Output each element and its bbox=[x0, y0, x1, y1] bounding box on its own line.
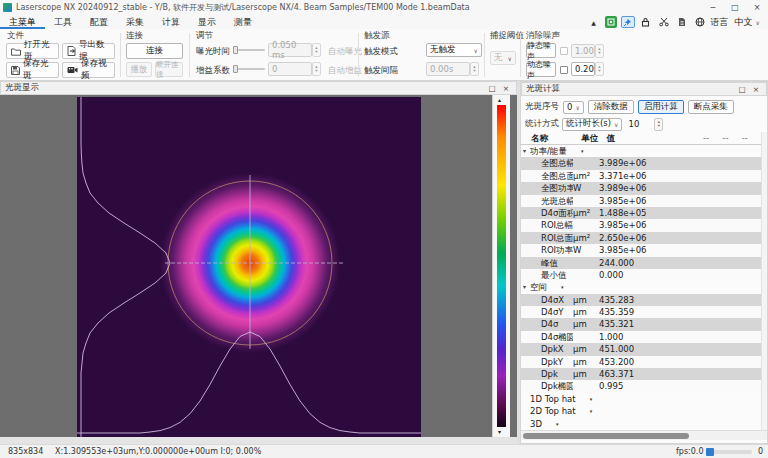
table-group-row[interactable]: 3D▾ bbox=[521, 418, 761, 430]
exposure-label: 曝光时间 bbox=[196, 46, 230, 58]
table-row[interactable]: D4σXµm435.283 bbox=[521, 294, 761, 306]
threshold-select[interactable]: 无∨ bbox=[490, 51, 516, 65]
stats-duration-value[interactable]: 10 bbox=[625, 118, 651, 131]
table-row[interactable]: DpkYµm453.200 bbox=[521, 356, 761, 368]
save-video-button[interactable]: 保存视频 bbox=[62, 62, 115, 78]
beam-image[interactable] bbox=[77, 97, 421, 437]
intensity-colorbar[interactable] bbox=[497, 105, 506, 427]
table-row[interactable]: 全图功率W3.989e+06 bbox=[521, 182, 761, 194]
lock-icon[interactable] bbox=[639, 16, 653, 28]
spot-index-select[interactable]: 0∨ bbox=[563, 101, 584, 114]
menu-measure[interactable]: 测量 bbox=[225, 15, 261, 29]
menu-display[interactable]: 显示 bbox=[189, 15, 225, 29]
stats-duration-spinner[interactable]: ▴▾ bbox=[654, 118, 663, 131]
dynamic-noise-spinner[interactable]: ▴▾ bbox=[595, 62, 604, 76]
table-row[interactable]: 光斑总幅值3.985e+06 bbox=[521, 195, 761, 207]
enable-calc-button[interactable]: 启用计算 bbox=[638, 100, 684, 114]
disconnect-button[interactable]: 断开连接 bbox=[155, 62, 183, 77]
table-row[interactable]: Dpkµm463.371 bbox=[521, 368, 761, 380]
col-name[interactable]: 名称 bbox=[521, 132, 581, 144]
save-spot-button[interactable]: 保存光斑 bbox=[6, 62, 59, 78]
close-panel-icon[interactable]: × bbox=[500, 83, 512, 94]
metric-unit bbox=[573, 195, 599, 207]
trigger-interval-spinner[interactable]: ▴▾ bbox=[470, 62, 479, 76]
play-button[interactable]: 播放 bbox=[126, 62, 152, 77]
table-group-row[interactable]: ▾空间▾ bbox=[521, 281, 761, 293]
table-row[interactable]: D4σ面积µm²1.488e+05 bbox=[521, 207, 761, 219]
status-bar: 835x834 X:1.309553e+03um,Y:0.000000e+00u… bbox=[0, 444, 768, 458]
menu-config[interactable]: 配置 bbox=[81, 15, 117, 29]
table-row[interactable]: D4σYµm435.359 bbox=[521, 306, 761, 318]
float-panel-icon[interactable]: □ bbox=[736, 84, 748, 95]
dynamic-noise-value[interactable]: 0.20 bbox=[571, 62, 595, 76]
clear-data-button[interactable]: 清除数据 bbox=[588, 100, 634, 114]
breakpoint-capture-button[interactable]: 断点采集 bbox=[688, 100, 734, 114]
maximize-button[interactable]: □ bbox=[724, 0, 746, 15]
device-icon[interactable] bbox=[605, 16, 617, 28]
calc-panel-header: 光斑计算 □ × bbox=[521, 82, 767, 96]
stats-mode-select[interactable]: 统计时长(s)∨ bbox=[562, 118, 622, 131]
close-button[interactable]: × bbox=[746, 0, 768, 15]
open-spot-button[interactable]: 打开光斑 bbox=[6, 43, 59, 59]
table-row[interactable]: 全图总面积µm²3.371e+06 bbox=[521, 170, 761, 182]
calc-vertical-scrollbar[interactable] bbox=[761, 132, 767, 430]
gain-spinner[interactable]: ▴▾ bbox=[312, 62, 321, 76]
table-group-row[interactable]: ▾功率/能量▾ bbox=[521, 145, 761, 157]
minimize-button[interactable]: ─ bbox=[702, 0, 724, 15]
col-unit[interactable]: 单位 bbox=[581, 132, 606, 144]
float-panel-icon[interactable]: □ bbox=[486, 83, 498, 94]
table-group-row[interactable]: 1D Top hat▾ bbox=[521, 393, 761, 405]
help-globe-icon[interactable] bbox=[693, 16, 707, 28]
table-row[interactable]: DpkXµm451.000 bbox=[521, 343, 761, 355]
table-row[interactable]: ROI总面积µm²2.650e+06 bbox=[521, 232, 761, 244]
gain-value[interactable]: 0 bbox=[268, 62, 312, 76]
table-row[interactable]: 峰值244.000 bbox=[521, 257, 761, 269]
table-row[interactable]: D4σ椭圆率1.000 bbox=[521, 331, 761, 343]
exposure-slider[interactable] bbox=[233, 46, 265, 54]
menu-calc[interactable]: 计算 bbox=[153, 15, 189, 29]
static-noise-spinner[interactable]: ▴▾ bbox=[595, 44, 604, 58]
auto-gain-label[interactable]: 自动增益 bbox=[328, 65, 362, 77]
static-noise-checkbox[interactable] bbox=[560, 47, 568, 55]
group-collapse-icon[interactable]: ▾ bbox=[521, 281, 530, 293]
group-collapse-icon[interactable]: ▾ bbox=[521, 145, 530, 157]
scrollbar-thumb[interactable] bbox=[523, 433, 689, 439]
static-noise-value[interactable]: 1.00 bbox=[571, 44, 595, 58]
trigger-mode-select[interactable]: 无触发∨ bbox=[426, 43, 482, 57]
calc-horizontal-scrollbar[interactable] bbox=[521, 430, 767, 440]
menu-main[interactable]: 主菜单 bbox=[0, 15, 45, 29]
playback-slider[interactable] bbox=[706, 450, 752, 454]
collapse-ribbon-icon[interactable]: ▲ bbox=[587, 16, 601, 28]
table-row[interactable]: 全图总幅值3.989e+06 bbox=[521, 157, 761, 169]
table-row[interactable]: ROI功率W3.985e+06 bbox=[521, 244, 761, 256]
static-noise-button[interactable]: 静态噪声 bbox=[526, 43, 556, 58]
table-header-row: 名称 单位 值 -- -- -- bbox=[521, 132, 761, 145]
exposure-value[interactable]: 0.050 ms bbox=[268, 43, 312, 57]
table-row[interactable]: ROI总幅值3.985e+06 bbox=[521, 219, 761, 231]
menu-acquire[interactable]: 采集 bbox=[117, 15, 153, 29]
menu-tools[interactable]: 工具 bbox=[45, 15, 81, 29]
colorbar-max-handle[interactable]: ▴ bbox=[498, 97, 501, 103]
log-file-icon[interactable] bbox=[675, 16, 689, 28]
connect-button[interactable]: 连接 bbox=[126, 43, 183, 59]
table-row[interactable]: D4σµm435.321 bbox=[521, 318, 761, 330]
dynamic-noise-checkbox[interactable] bbox=[560, 66, 568, 74]
trigger-interval-value[interactable]: 0.00s bbox=[426, 62, 470, 76]
dynamic-noise-button[interactable]: 动态噪声 bbox=[526, 62, 556, 77]
beam-display-area[interactable]: ▴ ▾ ◂ ▸ bbox=[0, 95, 517, 437]
colorbar-min-handle[interactable]: ▾ bbox=[498, 429, 501, 435]
scissors-icon[interactable] bbox=[657, 16, 671, 28]
pin-icon[interactable] bbox=[621, 16, 635, 28]
col-value[interactable]: 值 bbox=[606, 132, 703, 144]
auto-exposure-label[interactable]: 自动曝光 bbox=[328, 46, 362, 58]
table-row[interactable]: Dpk椭圆率0.995 bbox=[521, 380, 761, 392]
slider-thumb[interactable] bbox=[706, 448, 714, 456]
language-select[interactable]: 中文 ∨ bbox=[733, 16, 762, 29]
metric-value: 3.989e+06 bbox=[599, 157, 761, 169]
gain-slider[interactable] bbox=[233, 65, 265, 73]
table-row[interactable]: 最小值0.000 bbox=[521, 269, 761, 281]
exposure-spinner[interactable]: ▴▾ bbox=[312, 43, 321, 57]
close-panel-icon[interactable]: × bbox=[750, 84, 762, 95]
export-data-button[interactable]: 导出数据 bbox=[62, 43, 115, 59]
table-group-row[interactable]: 2D Top hat▾ bbox=[521, 405, 761, 417]
